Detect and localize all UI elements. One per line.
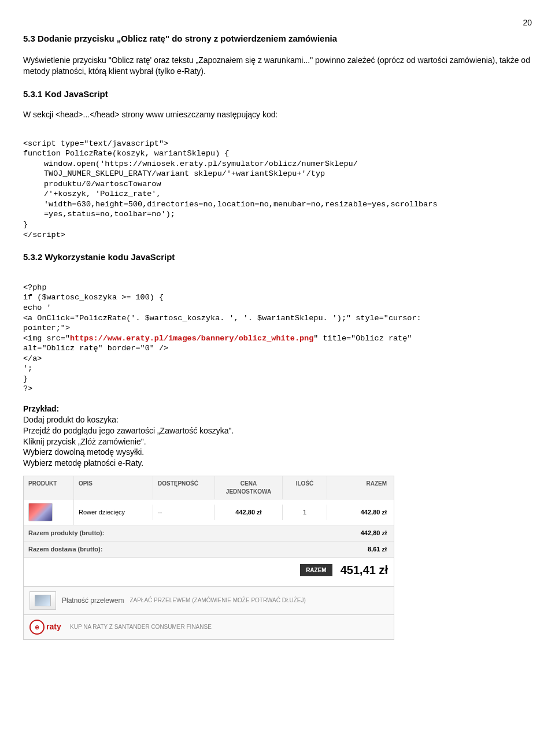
summary-label: Razem dostawa (brutto): — [24, 542, 310, 557]
image-url: https://www.eraty.pl/images/bannery/obli… — [70, 334, 313, 343]
code-line: </a> — [23, 354, 42, 363]
cell-total: 442,80 zł — [327, 505, 394, 520]
code-block-php: <?php if ($wartosc_koszyka >= 100) { ech… — [23, 272, 532, 394]
col-header-desc: OPIS — [74, 476, 153, 499]
code-line: </script> — [23, 231, 65, 239]
col-header-unitprice: CENA JEDNOSTKOWA — [215, 476, 283, 499]
payment-desc: KUP NA RATY Z SANTANDER CONSUMER FINANSE — [70, 623, 388, 631]
code-line: '; — [23, 364, 32, 373]
code-line: echo ' — [23, 303, 51, 312]
example-step: Wybierz metodę płatności e-Raty. — [23, 458, 532, 469]
code-line: pointer;"> — [23, 324, 70, 332]
example-step: Wybierz dowolną metodę wysyłki. — [23, 447, 532, 458]
col-header-avail: DOSTĘPNOŚĆ — [153, 476, 215, 499]
heading-5-3-1: 5.3.1 Kod JavaScript — [23, 88, 532, 100]
code-line: /'+koszyk, 'Policz_rate', — [23, 189, 532, 199]
example-step: Dodaj produkt do koszyka: — [23, 414, 532, 425]
summary-products-row: Razem produkty (brutto): 442,80 zł — [24, 525, 394, 542]
total-amount: 451,41 zł — [341, 562, 388, 578]
code-line: <a OnClick="PoliczRate('. $wartosc_koszy… — [23, 314, 421, 323]
code-line: <img src="https://www.eraty.pl/images/ba… — [23, 334, 412, 343]
page-number: 20 — [23, 17, 532, 28]
grand-total-block: RAZEM 451,41 zł — [24, 558, 394, 586]
cell-qty: 1 — [283, 505, 327, 520]
code-line: ?> — [23, 384, 32, 393]
heading-5-3: 5.3 Dodanie przycisku „Oblicz ratę" do s… — [23, 33, 532, 45]
code-line: <script type="text/javascript"> — [23, 139, 168, 148]
example-step: Przejdź do podglądu jego zawartości „Zaw… — [23, 425, 532, 436]
heading-5-3-2: 5.3.2 Wykorzystanie kodu JavaScript — [23, 251, 532, 263]
code-line: <?php — [23, 283, 47, 292]
col-header-product: PRODUKT — [24, 476, 74, 499]
code-line: } — [23, 375, 28, 383]
eraty-logo-icon: eraty — [29, 620, 64, 635]
payment-option-eraty[interactable]: eraty KUP NA RATY Z SANTANDER CONSUMER F… — [24, 614, 394, 639]
cell-price: 442,80 zł — [215, 505, 283, 520]
head-note: W sekcji <head>...</head> strony www umi… — [23, 109, 532, 120]
code-line: if ($wartosc_koszyka >= 100) { — [23, 293, 164, 302]
product-thumb-cell — [24, 499, 74, 525]
col-header-total: RAZEM — [327, 476, 394, 499]
bank-transfer-icon — [29, 591, 56, 610]
col-header-qty: ILOŚĆ — [283, 476, 327, 499]
summary-value: 8,61 zł — [310, 542, 394, 557]
code-block-javascript: <script type="text/javascript"> function… — [23, 128, 532, 240]
product-thumbnail — [28, 503, 53, 521]
cell-desc: Rower dziecięcy — [74, 505, 153, 520]
summary-delivery-row: Razem dostawa (brutto): 8,61 zł — [24, 542, 394, 558]
intro-paragraph: Wyświetlenie przycisku "Oblicz ratę' ora… — [23, 55, 532, 77]
code-line: window.open('https://wniosek.eraty.pl/sy… — [23, 159, 532, 169]
code-line: } — [23, 220, 28, 229]
total-badge: RAZEM — [300, 564, 332, 577]
payment-option-transfer[interactable]: Płatność przelewem ZAPŁAĆ PRZELEWEM (ZAM… — [24, 586, 394, 614]
table-row: Rower dziecięcy -- 442,80 zł 1 442,80 zł — [24, 499, 394, 525]
summary-value: 442,80 zł — [310, 525, 394, 541]
example-step: Kliknij przycisk „Złóż zamówienie". — [23, 436, 532, 447]
code-line: function PoliczRate(koszyk, wariantSklep… — [23, 149, 229, 158]
cart-header-row: PRODUKT OPIS DOSTĘPNOŚĆ CENA JEDNOSTKOWA… — [24, 476, 394, 499]
payment-title: Płatność przelewem — [62, 596, 124, 605]
code-line: produktu/0/wartoscTowarow — [23, 179, 532, 190]
summary-label: Razem produkty (brutto): — [24, 525, 310, 541]
example-label: Przykład: — [23, 403, 532, 414]
code-line: alt="Oblicz ratę" border="0" /> — [23, 344, 168, 353]
payment-desc: ZAPŁAĆ PRZELEWEM (ZAMÓWIENIE MOŻE POTRWA… — [130, 596, 388, 605]
cart-preview: PRODUKT OPIS DOSTĘPNOŚĆ CENA JEDNOSTKOWA… — [23, 476, 394, 640]
cell-avail: -- — [153, 505, 215, 520]
code-line: =yes,status=no,toolbar=no'); — [23, 209, 532, 220]
code-line: TWOJ_NUMER_SKLEPU_ERATY/wariant sklepu/'… — [23, 169, 532, 179]
code-line: 'width=630,height=500,directories=no,loc… — [23, 199, 532, 210]
